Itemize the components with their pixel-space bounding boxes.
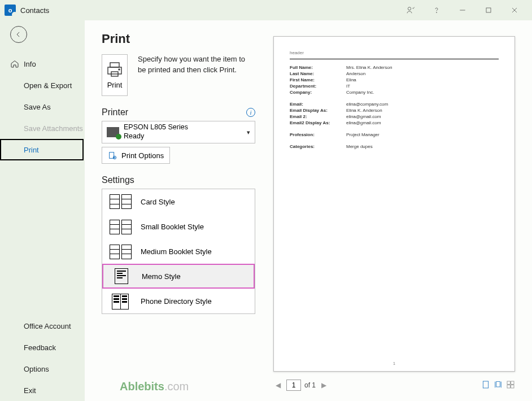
printer-info-icon[interactable]: i (246, 108, 255, 117)
print-options-label: Print Options (121, 151, 164, 160)
backstage-sidebar: Info Open & Export Save As Save Attachme… (0, 20, 85, 401)
field-email-display-label: Email Display As: (290, 108, 346, 113)
field-last-name-label: Last Name: (290, 71, 346, 76)
field-categories-label: Categories: (290, 144, 346, 149)
field-last-name-value: Anderson (346, 71, 365, 76)
style-memo[interactable]: Memo Style (102, 264, 255, 289)
back-button[interactable] (10, 26, 27, 43)
small-booklet-icon (109, 219, 132, 235)
pager-prev[interactable]: ◀ (273, 381, 283, 389)
svg-rect-15 (511, 381, 514, 384)
svg-rect-7 (108, 67, 121, 74)
preview-page: header Full Name:Mrs. Elina K. Anderson … (273, 36, 515, 372)
sidebar-item-info[interactable]: Info (0, 53, 85, 75)
svg-rect-3 (486, 8, 491, 12)
sidebar-item-save-as[interactable]: Save As (0, 96, 85, 117)
style-phone-label: Phone Directory Style (141, 297, 212, 306)
printer-status: Ready (124, 132, 188, 141)
preview-page-number: 1 (290, 361, 499, 365)
style-small-booklet-label: Small Booklet Style (141, 223, 204, 231)
one-page-button[interactable] (494, 380, 503, 391)
field-full-name-label: Full Name: (290, 65, 346, 70)
field-profession-label: Profession: (290, 132, 346, 137)
settings-section-label: Settings (102, 175, 134, 185)
printer-device-icon (107, 127, 119, 137)
field-email-display-value: Elina K. Anderson (346, 108, 382, 113)
maximize-button[interactable] (476, 2, 502, 19)
field-full-name-value: Mrs. Elina K. Anderson (346, 65, 392, 70)
field-first-name-value: Elina (346, 77, 356, 82)
field-email2-display-label: Email2 Display As: (290, 120, 346, 125)
minimize-button[interactable] (450, 2, 476, 19)
svg-point-0 (408, 7, 411, 10)
print-button-label: Print (107, 81, 123, 89)
sidebar-item-office-account[interactable]: Office Account (0, 315, 85, 337)
preview-header: header (290, 50, 499, 55)
sidebar-item-save-attachments: Save Attachments (0, 117, 85, 139)
svg-rect-6 (110, 63, 119, 67)
actual-size-button[interactable] (481, 380, 490, 391)
close-button[interactable] (502, 2, 527, 19)
print-options-button[interactable]: Print Options (102, 147, 170, 164)
print-options-icon (108, 151, 117, 160)
style-small-booklet[interactable]: Small Booklet Style (102, 214, 255, 239)
style-medium-booklet-label: Medium Booklet Style (141, 247, 212, 256)
medium-booklet-icon (109, 244, 132, 260)
svg-point-1 (437, 12, 437, 13)
svg-rect-12 (483, 381, 488, 388)
page-title: Print (102, 32, 255, 46)
pager-of-text: of 1 (304, 381, 316, 389)
svg-rect-14 (507, 381, 510, 384)
sidebar-item-options[interactable]: Options (0, 358, 85, 380)
sidebar-item-print[interactable]: Print (0, 139, 84, 160)
field-email2-label: Email 2: (290, 114, 346, 119)
svg-rect-17 (511, 385, 514, 387)
field-email2-value: elina@gmail.com (346, 114, 381, 119)
field-department-label: Department: (290, 84, 346, 89)
style-memo-label: Memo Style (142, 272, 181, 281)
print-description: Specify how you want the item to be prin… (138, 54, 255, 76)
chevron-down-icon: ▾ (247, 129, 250, 136)
printer-icon (106, 62, 124, 77)
field-company-label: Company: (290, 90, 346, 95)
window-title: Contacts (20, 6, 49, 15)
card-style-icon (109, 194, 132, 210)
printer-section-label: Printer (102, 107, 128, 117)
phone-directory-icon (109, 294, 132, 310)
field-department-value: IT (346, 84, 350, 89)
svg-rect-16 (507, 385, 510, 387)
pager-current-input[interactable] (286, 380, 301, 391)
ablebits-watermark: Ablebits.com (120, 380, 189, 393)
style-card[interactable]: Card Style (102, 189, 255, 214)
printer-dropdown[interactable]: EPSON L805 Series Ready ▾ (102, 121, 255, 143)
field-email-label: Email: (290, 102, 346, 107)
style-card-label: Card Style (141, 198, 175, 206)
memo-style-icon (110, 268, 133, 284)
sidebar-item-exit[interactable]: Exit (0, 380, 85, 401)
svg-rect-13 (496, 381, 500, 386)
multi-page-button[interactable] (506, 380, 515, 391)
field-categories-value: Merge dupes (346, 144, 373, 149)
print-button[interactable]: Print (102, 54, 128, 96)
field-profession-value: Project Manager (346, 132, 380, 137)
field-company-value: Company Inc. (346, 90, 374, 95)
help-button[interactable] (424, 2, 450, 19)
coming-soon-icon[interactable] (398, 2, 424, 19)
svg-point-9 (119, 69, 120, 70)
sidebar-item-feedback[interactable]: Feedback (0, 337, 85, 358)
style-medium-booklet[interactable]: Medium Booklet Style (102, 239, 255, 264)
sidebar-label-info: Info (24, 60, 36, 68)
field-email-value: elina@company.com (346, 102, 388, 107)
sidebar-item-open-export[interactable]: Open & Export (0, 75, 85, 96)
printer-name: EPSON L805 Series (124, 123, 188, 132)
print-preview-pane: header Full Name:Mrs. Elina K. Anderson … (265, 20, 532, 401)
print-style-list: Card Style Small Booklet Style Medium Bo… (102, 189, 255, 314)
pager-next[interactable]: ▶ (319, 381, 329, 389)
style-phone-directory[interactable]: Phone Directory Style (102, 289, 255, 313)
field-first-name-label: First Name: (290, 77, 346, 82)
outlook-app-icon: o (5, 5, 16, 16)
field-email2-display-value: elina@gmail.com (346, 120, 381, 125)
